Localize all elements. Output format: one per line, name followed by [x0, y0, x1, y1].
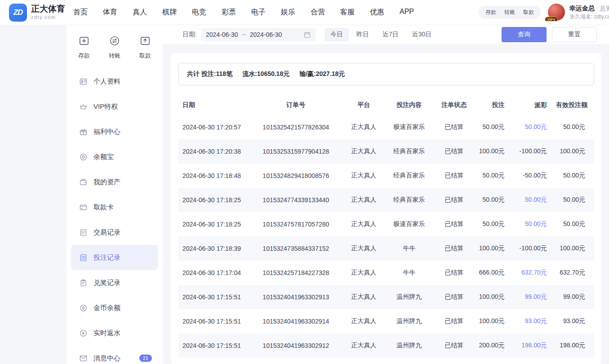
user-avatar[interactable]: VIP4 [548, 4, 565, 21]
sidebar-item-yuebao[interactable]: 余额宝 [71, 144, 158, 169]
withdraw-icon [139, 35, 151, 49]
gift-icon [79, 128, 88, 136]
user-info[interactable]: 幸运金总 总资产: 永久域名: zdty.com [569, 4, 609, 21]
table-row: 2024-06-30 17:18:251015324774339133440正大… [178, 188, 594, 212]
cell-status: 已结算 [433, 139, 475, 164]
cell-payout: 632.70元 [514, 261, 556, 285]
cell-order: 1015324735884337152 [249, 236, 342, 261]
sidebar-item-vip[interactable]: VIP特权 [71, 94, 158, 119]
filter-bar: 日期: 2024-06-30 ~ 2024-06-30 今日昨日近7日近30日 … [163, 25, 609, 44]
cell-date: 2024-06-30 17:18:25 [178, 212, 249, 236]
nav-item-esports[interactable]: 电竞 [192, 8, 206, 17]
sidebar-item-transactions[interactable]: 交易记录 [71, 220, 158, 245]
bets-icon [79, 253, 88, 262]
cell-bet: 50.00元 [475, 188, 514, 212]
cell-content: 温州牌九 [385, 333, 433, 358]
sidebar-item-messages[interactable]: 消息中心21 [71, 346, 158, 364]
sidebar-item-profile[interactable]: 个人资料 [71, 69, 158, 94]
table-row: 2024-06-30 17:15:511015324041963302912正大… [178, 333, 594, 358]
cell-payout: 93.00元 [514, 309, 556, 333]
cell-valid: 632.70元 [556, 261, 594, 285]
nav-item-home[interactable]: 首页 [73, 8, 88, 17]
cell-content: 极速百家乐 [385, 115, 433, 139]
sidebar-item-welfare[interactable]: 福利中心 [71, 119, 158, 144]
sidebar-quick-transfer[interactable]: 转账 [109, 35, 120, 60]
cell-valid: 93.00元 [556, 309, 594, 333]
sidebar-item-label: 消息中心 [93, 354, 120, 363]
cell-bet: 50.00元 [475, 164, 514, 188]
cell-content: 温州牌九 [385, 309, 433, 333]
user-domain: 永久域名: zdty.com [569, 13, 609, 21]
nav-item-sports[interactable]: 体育 [103, 8, 117, 17]
cell-content: 经典百家乐 [385, 139, 433, 164]
cell-date: 2024-06-30 17:15:51 [178, 309, 249, 333]
col-header-status: 注单状态 [433, 95, 475, 115]
sidebar-quick-label: 存款 [78, 52, 90, 60]
sidebar-item-withdraw-card[interactable]: 取款卡 [71, 195, 158, 220]
date-from: 2024-06-30 [206, 31, 238, 38]
sidebar-menu: 个人资料VIP特权福利中心余额宝我的资产取款卡交易记录投注记录兑奖记录金币余额实… [67, 66, 163, 364]
cell-bet: 100.00元 [475, 285, 514, 309]
col-header-order: 订单号 [249, 95, 342, 115]
cell-status: 已结算 [433, 261, 475, 285]
nav-item-live[interactable]: 真人 [133, 8, 147, 17]
search-button[interactable]: 查询 [502, 27, 547, 42]
sidebar-item-assets[interactable]: 我的资产 [71, 169, 158, 195]
cell-date: 2024-06-30 17:18:25 [178, 188, 249, 212]
sidebar-quick-withdraw[interactable]: 取款 [139, 35, 151, 60]
filter-actions: 查询 重置 [502, 27, 609, 42]
range-yesterday[interactable]: 昨日 [351, 28, 375, 41]
cell-bet: 100.00元 [475, 139, 514, 164]
summary-part: 共计 投注:118笔 [187, 70, 232, 77]
sidebar: 存款转账取款 个人资料VIP特权福利中心余额宝我的资产取款卡交易记录投注记录兑奖… [67, 25, 163, 364]
coin-icon [79, 153, 88, 161]
range-last30[interactable]: 近30日 [406, 28, 438, 41]
sidebar-item-label: 我的资产 [93, 178, 120, 186]
cell-payout: 99.00元 [514, 285, 556, 309]
summary-part: 流水:10650.18元 [242, 70, 289, 77]
cell-platform: 正大真人 [342, 188, 385, 212]
cell-platform: 正大真人 [342, 309, 385, 333]
cell-status: 已结算 [433, 164, 475, 188]
table-row: 2024-06-30 17:18:251015324757817057280正大… [178, 212, 594, 236]
sidebar-item-bet-records[interactable]: 投注记录 [71, 245, 158, 270]
logo[interactable]: ZD 正大体育 zdty.com [0, 4, 65, 22]
cell-status: 已结算 [433, 309, 475, 333]
nav-item-app[interactable]: APP [400, 8, 414, 17]
cell-platform: 正大真人 [342, 333, 385, 358]
vip-badge: VIP4 [545, 17, 558, 21]
gold-icon [79, 304, 88, 312]
cell-payout: 50.00元 [514, 212, 556, 236]
table-row: 2024-06-30 17:18:481015324829418008576正大… [178, 164, 594, 188]
navbar-quick-transfer[interactable]: 转账 [500, 9, 519, 16]
range-last7[interactable]: 近7日 [377, 28, 405, 41]
card-icon [79, 203, 88, 212]
navbar-quick-withdraw[interactable]: 取款 [519, 9, 538, 16]
sidebar-item-gold-balance[interactable]: 金币余额 [71, 295, 158, 320]
date-range-input[interactable]: 2024-06-30 ~ 2024-06-30 [201, 28, 316, 41]
cell-order: 1015325315977904128 [249, 139, 342, 164]
nav-item-slots[interactable]: 电子 [251, 8, 266, 17]
sidebar-quick-deposit[interactable]: 存款 [78, 35, 90, 60]
reset-button[interactable]: 重置 [552, 27, 597, 42]
nav-item-lottery[interactable]: 彩票 [222, 8, 236, 17]
nav-item-promo[interactable]: 优惠 [370, 8, 384, 17]
date-to: 2024-06-30 [250, 31, 282, 38]
nav-item-support[interactable]: 客服 [340, 8, 355, 17]
sidebar-item-redeem-records[interactable]: 兑奖记录 [71, 270, 158, 295]
sidebar-item-label: 取款卡 [93, 203, 114, 212]
sidebar-item-rebate[interactable]: 实时返水 [71, 320, 158, 346]
summary-text: 共计 投注:118笔流水:10650.18元输/赢:2027.18元 [178, 63, 594, 85]
cell-platform: 正大真人 [342, 236, 385, 261]
calendar-icon[interactable] [303, 31, 311, 39]
date-quick-ranges: 今日昨日近7日近30日 [325, 28, 437, 41]
cell-valid: 50.00元 [556, 115, 594, 139]
navbar-quick-deposit[interactable]: 存款 [481, 9, 500, 16]
nav-item-entertainment[interactable]: 娱乐 [281, 8, 295, 17]
nav-item-board-games[interactable]: 棋牌 [162, 8, 177, 17]
range-today[interactable]: 今日 [325, 28, 349, 41]
nav-item-partner[interactable]: 合营 [311, 8, 325, 17]
cell-platform: 正大真人 [342, 139, 385, 164]
bet-records-table: 日期订单号平台投注内容注单状态投注派彩有效投注额 2024-06-30 17:2… [178, 95, 594, 358]
cell-bet: 100.00元 [475, 309, 514, 333]
